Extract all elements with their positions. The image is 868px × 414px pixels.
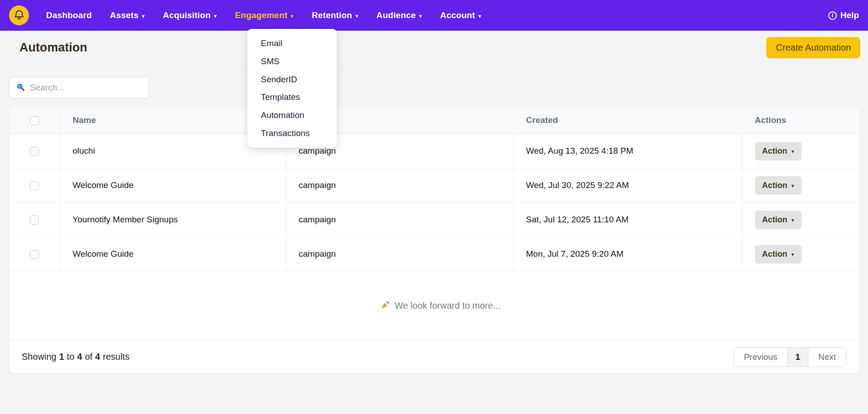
caret-down-icon: ▾: [142, 13, 145, 19]
nav-item-audience[interactable]: Audience ▾: [377, 10, 422, 20]
column-header-created: Created: [513, 107, 742, 134]
bell-icon: [13, 9, 25, 23]
nav-item-label: Account: [440, 10, 475, 20]
row-checkbox[interactable]: [30, 147, 39, 156]
row-action-button[interactable]: Action ▾: [755, 211, 802, 229]
summary-word: Showing: [22, 352, 57, 362]
cell-name: Welcome Guide: [60, 168, 286, 202]
menu-item-transactions[interactable]: Transactions: [247, 124, 337, 142]
nav-item-assets[interactable]: Assets ▾: [110, 10, 145, 20]
action-label: Action: [762, 215, 788, 225]
create-automation-button[interactable]: Create Automation: [766, 37, 860, 58]
nav-item-account[interactable]: Account ▾: [440, 10, 481, 20]
row-checkbox[interactable]: [30, 250, 39, 259]
cell-type: campaign: [286, 237, 513, 271]
page-header: Automation Create Automation: [0, 31, 868, 65]
cell-created: Sat, Jul 12, 2025 11:10 AM: [513, 202, 742, 237]
caret-down-icon: ▾: [291, 13, 294, 19]
row-checkbox[interactable]: [30, 181, 39, 190]
magnifier-icon: [16, 82, 25, 94]
column-header-actions: Actions: [742, 107, 859, 134]
row-action-button[interactable]: Action ▾: [755, 142, 802, 160]
nav-item-label: Engagement: [235, 10, 288, 20]
caret-down-icon: ▾: [478, 13, 481, 19]
summary-word: of: [85, 352, 93, 362]
search-input[interactable]: [30, 83, 142, 93]
cell-name: Yournotify Member Signups: [60, 202, 286, 237]
cell-type: campaign: [286, 202, 513, 237]
nav-item-retention[interactable]: Retention ▾: [311, 10, 358, 20]
search-box: [9, 77, 149, 99]
nav-menu: Dashboard Assets ▾ Acquisition ▾ Engagem…: [46, 10, 481, 20]
next-page-button[interactable]: Next: [808, 348, 846, 367]
cell-name: Welcome Guide: [60, 237, 286, 271]
caret-down-icon: ▾: [792, 149, 794, 154]
table-footer: Showing 1 to 4 of 4 results Previous 1 N…: [9, 340, 859, 373]
help-label: Help: [840, 10, 859, 20]
caret-down-icon: ▾: [419, 13, 422, 19]
empty-state-message: We look forward to more...: [395, 301, 500, 311]
help-link[interactable]: i Help: [828, 10, 859, 20]
nav-item-label: Audience: [377, 10, 416, 20]
caret-down-icon: ▾: [792, 217, 794, 223]
caret-down-icon: ▾: [792, 183, 794, 188]
app-logo[interactable]: [9, 5, 29, 25]
pagination: Previous 1 Next: [733, 347, 846, 367]
party-popper-icon: [381, 300, 391, 312]
cell-type: campaign: [286, 168, 513, 202]
menu-item-sms[interactable]: SMS: [247, 52, 337, 71]
caret-down-icon: ▾: [214, 13, 217, 19]
table-header-row: Name Created Actions: [9, 107, 859, 134]
select-all-checkbox[interactable]: [30, 116, 39, 125]
current-page-indicator[interactable]: 1: [787, 348, 808, 367]
menu-item-email[interactable]: Email: [247, 34, 337, 52]
action-label: Action: [762, 146, 788, 156]
table-row: Welcome Guide campaign Wed, Jul 30, 2025…: [9, 168, 859, 202]
menu-item-automation[interactable]: Automation: [247, 106, 337, 124]
action-label: Action: [762, 181, 788, 190]
top-navbar: Dashboard Assets ▾ Acquisition ▾ Engagem…: [0, 0, 868, 31]
row-checkbox[interactable]: [30, 216, 39, 225]
summary-word: results: [103, 352, 129, 362]
info-icon: i: [828, 11, 837, 20]
engagement-dropdown-menu: Email SMS SenderID Templates Automation …: [247, 29, 337, 148]
table-row: Yournotify Member Signups campaign Sat, …: [9, 202, 859, 237]
summary-word: to: [67, 352, 75, 362]
empty-state-row: We look forward to more...: [9, 271, 859, 340]
summary-from: 1: [59, 352, 64, 362]
menu-item-senderid[interactable]: SenderID: [247, 71, 337, 89]
nav-item-engagement[interactable]: Engagement ▾: [235, 10, 294, 20]
cell-created: Wed, Aug 13, 2025 4:18 PM: [513, 134, 742, 168]
summary-to: 4: [77, 352, 82, 362]
nav-item-label: Assets: [110, 10, 139, 20]
nav-item-label: Dashboard: [46, 10, 92, 20]
nav-item-acquisition[interactable]: Acquisition ▾: [163, 10, 217, 20]
automation-table-card: Name Created Actions oluchi campaign Wed…: [9, 107, 859, 373]
menu-item-templates[interactable]: Templates: [247, 88, 337, 106]
cell-created: Mon, Jul 7, 2025 9:20 AM: [513, 237, 742, 271]
caret-down-icon: ▾: [355, 13, 359, 19]
nav-item-label: Retention: [311, 10, 352, 20]
row-action-button[interactable]: Action ▾: [755, 176, 802, 195]
results-summary: Showing 1 to 4 of 4 results: [22, 352, 129, 362]
automation-table: Name Created Actions oluchi campaign Wed…: [9, 107, 859, 340]
nav-item-dashboard[interactable]: Dashboard: [46, 10, 92, 20]
previous-page-button[interactable]: Previous: [734, 348, 787, 367]
nav-item-label: Acquisition: [163, 10, 211, 20]
table-row: Welcome Guide campaign Mon, Jul 7, 2025 …: [9, 237, 859, 271]
caret-down-icon: ▾: [792, 252, 794, 257]
action-label: Action: [762, 249, 788, 259]
page-title: Automation: [19, 41, 87, 55]
summary-total: 4: [95, 352, 100, 362]
table-row: oluchi campaign Wed, Aug 13, 2025 4:18 P…: [9, 134, 859, 168]
cell-created: Wed, Jul 30, 2025 9:22 AM: [513, 168, 742, 202]
row-action-button[interactable]: Action ▾: [755, 245, 802, 263]
